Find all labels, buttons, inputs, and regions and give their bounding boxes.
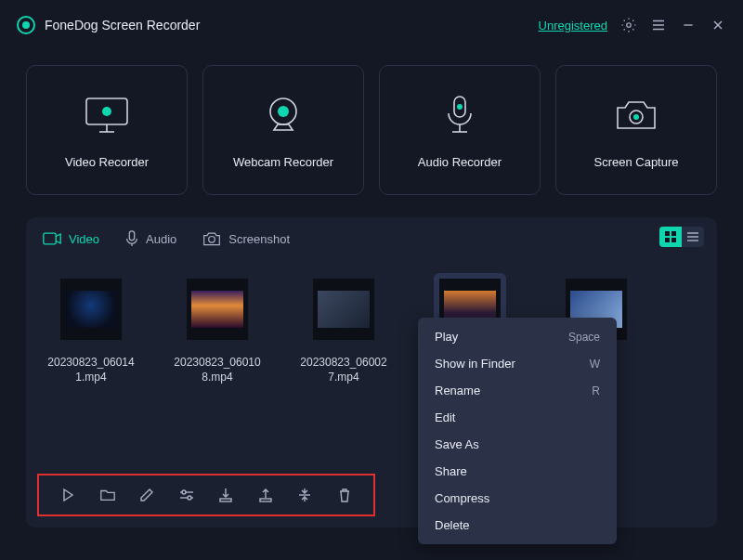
edit-button[interactable] bbox=[136, 484, 158, 506]
view-toggle bbox=[659, 227, 704, 247]
list-item[interactable]: 20230823_060108.mp4 bbox=[173, 273, 262, 384]
open-folder-button[interactable] bbox=[97, 484, 119, 506]
ctx-rename[interactable]: Rename R bbox=[418, 377, 617, 404]
tab-label: Video bbox=[69, 232, 99, 246]
svg-point-16 bbox=[457, 104, 463, 110]
svg-rect-19 bbox=[44, 233, 56, 244]
monitor-record-icon bbox=[81, 92, 133, 138]
file-name: 20230823_060141.mp4 bbox=[45, 355, 137, 384]
mode-screen-capture[interactable]: Screen Capture bbox=[555, 65, 717, 195]
ctx-shortcut: R bbox=[592, 384, 600, 397]
mode-label: Webcam Recorder bbox=[233, 155, 333, 169]
svg-rect-25 bbox=[665, 238, 670, 242]
svg-point-10 bbox=[102, 107, 111, 116]
ctx-show-in-finder[interactable]: Show in Finder W bbox=[418, 350, 617, 377]
svg-rect-23 bbox=[665, 231, 670, 236]
mode-label: Video Recorder bbox=[65, 155, 149, 169]
svg-marker-30 bbox=[64, 489, 72, 501]
title-bar-left: FoneDog Screen Recorder bbox=[17, 16, 200, 34]
ctx-label: Play bbox=[435, 330, 458, 344]
svg-point-33 bbox=[182, 490, 186, 494]
ctx-compress[interactable]: Compress bbox=[418, 485, 617, 512]
settings-gear-icon[interactable] bbox=[620, 17, 637, 33]
compress-button[interactable] bbox=[293, 484, 316, 506]
unregistered-link[interactable]: Unregistered bbox=[539, 19, 607, 33]
tab-label: Screenshot bbox=[228, 232, 290, 246]
ctx-share[interactable]: Share bbox=[418, 458, 617, 485]
file-name: 20230823_060108.mp4 bbox=[171, 355, 264, 384]
svg-rect-35 bbox=[220, 499, 231, 501]
minimize-icon[interactable] bbox=[680, 17, 697, 33]
svg-rect-36 bbox=[260, 499, 271, 501]
svg-point-18 bbox=[633, 114, 639, 120]
ctx-label: Rename bbox=[435, 384, 480, 397]
grid-view-button[interactable] bbox=[659, 227, 682, 247]
title-bar: FoneDog Screen Recorder Unregistered bbox=[0, 0, 743, 46]
context-menu: Play Space Show in Finder W Rename R Edi… bbox=[418, 318, 617, 544]
ctx-label: Delete bbox=[435, 518, 470, 532]
play-button[interactable] bbox=[57, 484, 79, 506]
app-title: FoneDog Screen Recorder bbox=[45, 18, 200, 33]
ctx-delete[interactable]: Delete bbox=[418, 512, 617, 539]
library-tabs: Video Audio Screenshot bbox=[43, 230, 700, 247]
thumbnail-image bbox=[65, 291, 117, 328]
mode-video-recorder[interactable]: Video Recorder bbox=[26, 65, 188, 195]
svg-point-34 bbox=[188, 496, 191, 500]
camera-icon bbox=[612, 92, 660, 138]
ctx-label: Share bbox=[435, 464, 467, 478]
ctx-label: Compress bbox=[435, 491, 489, 505]
mode-cards-row: Video Recorder Webcam Recorder Audio Rec… bbox=[0, 46, 743, 217]
save-button[interactable] bbox=[215, 484, 237, 506]
tab-label: Audio bbox=[146, 232, 176, 246]
thumbnail-image bbox=[191, 291, 243, 328]
export-button[interactable] bbox=[254, 484, 277, 506]
mode-webcam-recorder[interactable]: Webcam Recorder bbox=[202, 65, 364, 195]
ctx-shortcut: W bbox=[590, 358, 600, 371]
svg-point-22 bbox=[209, 237, 215, 243]
svg-point-12 bbox=[278, 106, 289, 117]
ctx-shortcut: Space bbox=[568, 331, 600, 344]
thumbnail-image bbox=[318, 291, 370, 328]
list-view-button[interactable] bbox=[682, 227, 704, 247]
ctx-play[interactable]: Play Space bbox=[418, 323, 617, 350]
ctx-save-as[interactable]: Save As bbox=[418, 431, 617, 458]
svg-rect-26 bbox=[671, 238, 676, 242]
ctx-label: Edit bbox=[435, 410, 455, 424]
svg-rect-24 bbox=[671, 231, 676, 236]
list-item[interactable]: 20230823_060027.mp4 bbox=[299, 273, 388, 384]
menu-icon[interactable] bbox=[650, 17, 667, 33]
app-logo-icon bbox=[17, 16, 35, 34]
bottom-toolbar bbox=[37, 474, 375, 516]
svg-rect-20 bbox=[129, 231, 134, 241]
tab-video[interactable]: Video bbox=[43, 232, 99, 246]
list-item[interactable]: 20230823_060141.mp4 bbox=[46, 273, 136, 384]
ctx-label: Show in Finder bbox=[435, 357, 515, 371]
svg-point-0 bbox=[627, 23, 632, 28]
close-icon[interactable] bbox=[710, 17, 726, 33]
delete-button[interactable] bbox=[333, 484, 356, 506]
ctx-edit[interactable]: Edit bbox=[418, 404, 617, 431]
file-name: 20230823_060027.mp4 bbox=[297, 355, 390, 384]
tab-screenshot[interactable]: Screenshot bbox=[202, 231, 290, 246]
settings-sliders-button[interactable] bbox=[176, 484, 198, 506]
webcam-icon bbox=[261, 92, 306, 138]
mode-label: Screen Capture bbox=[593, 155, 678, 169]
mode-audio-recorder[interactable]: Audio Recorder bbox=[379, 65, 541, 195]
tab-audio[interactable]: Audio bbox=[125, 230, 176, 247]
ctx-label: Save As bbox=[435, 437, 479, 451]
mode-label: Audio Recorder bbox=[418, 155, 502, 169]
microphone-icon bbox=[441, 92, 478, 138]
title-bar-right: Unregistered bbox=[539, 17, 726, 33]
